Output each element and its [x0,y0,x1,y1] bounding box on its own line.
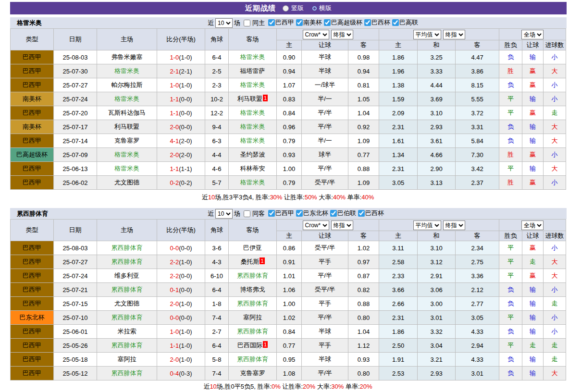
home-team-name[interactable]: 累西腓体育 [111,258,143,265]
home-team-name[interactable]: 累西腓体育 [111,286,143,293]
league-checkbox[interactable] [296,210,303,217]
section-bar-home-team: 格雷米奥 近 10 场 同主 巴西甲南美杯巴高超级杯巴西杯巴高联 [10,17,567,28]
index-type-select-2[interactable]: 终指 [443,30,465,39]
league-checkbox[interactable] [296,19,303,26]
home-team-name[interactable]: 利马联盟 [114,123,139,130]
handicap-result: 走 [522,255,544,269]
home-team-cell: 米拉索 [97,325,157,339]
match-date: 25-07-30 [54,64,97,78]
average-select[interactable]: 平均值 [413,220,441,230]
away-team-name[interactable]: 累西腓体育 [237,328,268,335]
league-filter[interactable]: 巴高超级杯 [322,18,362,27]
away-team-name[interactable]: 格雷米奥 [240,179,265,186]
league-checkbox[interactable] [268,210,275,217]
league-checkbox[interactable] [324,19,331,26]
league-type-cell: 巴西甲 [11,134,54,148]
view-mode-vertical[interactable]: 竖版 [283,4,304,12]
handicap-away-odds: 1.04 [348,106,379,120]
home-team-name[interactable]: 累西腓体育 [111,369,143,377]
league-filter-group: 巴西甲巴东北杯巴伯联巴西杯 [266,209,384,218]
handicap-away-odds: 0.80 [348,311,379,325]
home-team-name[interactable]: 格雷米奥 [114,67,139,74]
home-team-name[interactable]: 弗鲁米嫩塞 [111,53,143,61]
radio-selected-icon[interactable] [283,5,289,12]
full-time-score: 1-0 [170,54,179,61]
league-checkbox[interactable] [392,19,399,26]
radio-unselected-icon[interactable] [312,6,317,11]
league-filter[interactable]: 巴伯联 [328,209,356,218]
avg-home-odds: 1.59 [379,92,418,106]
bookmaker-select[interactable]: Crow* [303,220,329,230]
away-team-name[interactable]: 博塔弗戈 [240,286,265,293]
away-team-name[interactable]: 格雷米奥 [240,123,265,130]
recent-count-select[interactable]: 10 [215,209,233,219]
home-team-name[interactable]: 米拉索 [118,328,136,335]
home-team-cell: 累西腓体育 [97,367,157,380]
league-filter[interactable]: 巴西甲 [266,209,294,218]
away-team-name[interactable]: 累西腓体育 [237,300,268,307]
away-team-name[interactable]: 克鲁塞罗 [240,369,265,377]
handicap-away-odds: 0.77 [348,148,379,162]
same-venue-checkbox[interactable] [244,20,250,26]
away-team-name[interactable]: 巴伊亚 [243,244,262,251]
index-type-select[interactable]: 终指 [331,220,353,230]
league-type-cell: 巴西甲 [11,269,54,283]
index-type-select[interactable]: 终指 [331,30,353,39]
away-team-cell: 格雷米奥 [229,120,277,134]
away-team-name[interactable]: 塞阿拉 [243,314,262,321]
scope-select[interactable]: 全场 [521,220,544,230]
league-filter[interactable]: 巴高联 [390,18,418,27]
league-filter[interactable]: 巴东北杯 [294,209,328,218]
away-team-name[interactable]: 格雷米奥 [240,81,265,88]
corner-score: 6-10 [205,269,229,283]
away-team-name[interactable]: 格雷米奥 [240,53,265,61]
view-mode-horizontal[interactable]: 横版 [312,4,332,12]
win-lose-result: 胜 [499,176,522,190]
home-team-name[interactable]: 累西腓体育 [111,244,143,251]
league-checkbox[interactable] [268,19,275,26]
home-team-name[interactable]: 瓦斯科达伽马 [108,109,146,116]
home-team-name[interactable]: 塞阿拉 [118,355,136,363]
average-select[interactable]: 平均值 [413,30,441,39]
away-team-name[interactable]: 科林蒂安 [240,165,265,172]
home-team-name[interactable]: 尤文图德 [114,179,139,186]
handicap-line: 平/半 [302,106,348,120]
home-team-name[interactable]: 格雷米奥 [114,165,139,172]
home-team-name[interactable]: 维多利亚 [114,272,139,279]
away-team-name[interactable]: 累西腓体育 [237,272,268,279]
home-team-name[interactable]: 克鲁塞罗 [114,137,139,144]
home-team-name[interactable]: 尤文图德 [114,300,139,307]
match-date: 25-07-15 [54,297,97,311]
league-checkbox[interactable] [358,210,365,217]
league-filter[interactable]: 巴西甲 [266,18,294,27]
home-team-name[interactable]: 累西腓体育 [111,314,143,321]
league-filter[interactable]: 巴西杯 [362,18,390,27]
away-team-name[interactable]: 累西腓体育 [237,355,268,363]
away-team-name[interactable]: 利马联盟 [237,95,262,102]
bookmaker-select[interactable]: Crow* [303,30,329,39]
league-filter[interactable]: 南美杯 [294,18,322,27]
table-row: 巴西甲 25-07-14 克鲁塞罗 4-1(2-0) 6-3 格雷米奥 0.79… [11,134,566,148]
home-team-name[interactable]: 帕尔梅拉斯 [111,81,143,88]
league-type-cell: 巴西甲 [11,255,54,269]
away-team-name[interactable]: 福塔雷萨 [240,67,265,74]
home-team-name[interactable]: 格雷米奥 [114,151,139,158]
scope-select[interactable]: 全场 [521,30,544,39]
league-checkbox[interactable] [364,19,371,26]
away-team-name[interactable]: 桑托斯 [240,258,259,265]
league-filter[interactable]: 巴西杯 [356,209,384,218]
recent-count-select[interactable]: 10 [215,18,233,28]
home-team-name[interactable]: 累西腓体育 [111,342,143,349]
league-label: 巴高联 [399,18,418,27]
league-checkbox[interactable] [330,210,337,217]
handicap-home-odds: 0.77 [277,339,302,353]
league-type-cell: 巴西甲 [11,353,54,367]
away-team-name[interactable]: 格雷米奥 [240,109,265,116]
same-venue-checkbox[interactable] [244,210,250,217]
away-team-name[interactable]: 格雷米奥 [240,137,265,144]
league-type-cell: 巴高超级杯 [11,148,54,162]
home-team-name[interactable]: 格雷米奥 [114,95,139,102]
away-team-name[interactable]: 圣约瑟波 [240,151,265,158]
away-team-name[interactable]: 巴西国际 [237,342,262,349]
index-type-select-2[interactable]: 终指 [443,220,465,230]
